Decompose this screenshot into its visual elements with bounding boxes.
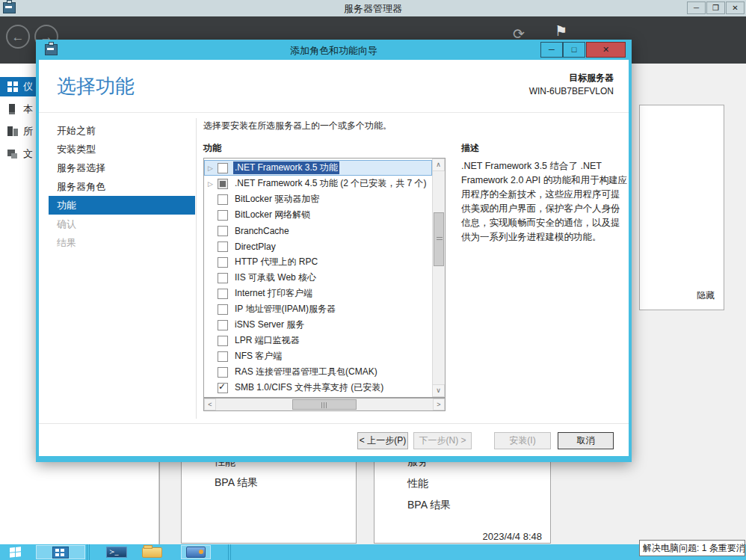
sidebar-item-label: 本 xyxy=(23,102,33,116)
feature-checkbox[interactable] xyxy=(218,241,228,252)
feature-row[interactable]: BranchCache xyxy=(204,223,432,239)
wizard-nav-item[interactable]: 确认 xyxy=(49,215,195,233)
feature-label: HTTP 代理上的 RPC xyxy=(233,256,319,268)
taskbar-separator xyxy=(87,544,87,560)
tile-link[interactable]: BPA 结果 xyxy=(215,476,258,490)
feature-checkbox[interactable] xyxy=(218,320,228,330)
feature-checkbox[interactable] xyxy=(218,289,228,299)
powershell-icon xyxy=(106,547,127,558)
features-listbox[interactable]: .NET Framework 3.5 功能 .NET Framework 4.5… xyxy=(203,158,446,398)
computer-window-icon xyxy=(186,547,206,558)
back-button[interactable]: ← xyxy=(6,25,30,49)
vertical-scrollbar[interactable]: ∧ ∨ xyxy=(432,159,445,397)
feature-label: BitLocker 网络解锁 xyxy=(233,209,312,221)
target-server-name: WIN-6UB7BEFVLON xyxy=(529,86,614,96)
notification-flag-icon[interactable]: ⚑ xyxy=(555,22,567,40)
feature-checkbox[interactable] xyxy=(218,257,228,268)
minimize-button[interactable]: ─ xyxy=(687,1,706,14)
horizontal-scrollbar[interactable]: < > xyxy=(203,398,446,411)
feature-row[interactable]: LPR 端口监视器 xyxy=(204,333,432,348)
local-server-icon xyxy=(7,103,19,115)
feature-row[interactable]: iSNS Server 服务 xyxy=(204,317,432,333)
taskbar-separator xyxy=(89,544,90,560)
feature-checkbox[interactable] xyxy=(218,194,228,205)
feature-checkbox[interactable] xyxy=(218,163,228,173)
wizard-nav-item[interactable]: 服务器角色 xyxy=(49,177,195,196)
feature-row[interactable]: RAS 连接管理器管理工具包(CMAK) xyxy=(204,364,432,380)
feature-row[interactable]: .NET Framework 3.5 功能 xyxy=(204,160,432,176)
feature-checkbox[interactable] xyxy=(218,226,228,236)
taskbar-separator xyxy=(228,544,229,560)
scroll-down-icon[interactable]: ∨ xyxy=(432,384,445,397)
description-text: .NET Framework 3.5 结合了 .NET Framework 2.… xyxy=(461,159,629,244)
feature-label: Internet 打印客户端 xyxy=(233,287,314,300)
sidebar-item-label: 所 xyxy=(23,125,33,138)
close-button[interactable]: ✕ xyxy=(726,1,745,14)
page-title: 选择功能 xyxy=(57,73,135,99)
feature-row[interactable]: Internet 打印客户端 xyxy=(204,286,432,301)
feature-label: NFS 客户端 xyxy=(233,350,283,363)
target-server-block: 目标服务器 WIN-6UB7BEFVLON xyxy=(529,72,614,96)
scroll-up-icon[interactable]: ∧ xyxy=(432,159,445,171)
horizontal-scroll-thumb[interactable] xyxy=(292,399,357,410)
taskbar-explorer[interactable] xyxy=(142,547,162,558)
vertical-scroll-thumb[interactable] xyxy=(434,212,444,266)
dialog-titlebar[interactable]: 添加角色和功能向导 ─ □ ✕ xyxy=(36,40,632,60)
all-servers-icon xyxy=(7,126,19,138)
wizard-nav-item[interactable]: 开始之前 xyxy=(49,121,195,140)
wizard-nav-item[interactable]: 安装类型 xyxy=(49,140,195,159)
feature-row[interactable]: HTTP 代理上的 RPC xyxy=(204,254,432,270)
install-button[interactable]: 安装(I) xyxy=(494,432,551,449)
wizard-nav-item[interactable]: 结果 xyxy=(49,233,195,252)
expander-icon[interactable] xyxy=(208,180,218,188)
next-button[interactable]: 下一步(N) > xyxy=(413,432,472,449)
cancel-button[interactable]: 取消 xyxy=(558,432,614,449)
feature-label: iSNS Server 服务 xyxy=(233,319,306,331)
feature-row[interactable]: NFS 客户端 xyxy=(204,348,432,364)
taskbar-server-manager[interactable] xyxy=(36,545,85,559)
feature-checkbox[interactable] xyxy=(218,210,228,221)
feature-checkbox[interactable] xyxy=(218,273,228,283)
dashboard-icon xyxy=(7,81,19,93)
feature-row[interactable]: IIS 可承载 Web 核心 xyxy=(204,270,432,286)
feature-checkbox[interactable] xyxy=(218,179,228,189)
description-label: 描述 xyxy=(461,142,479,155)
expander-icon[interactable] xyxy=(208,164,218,172)
feature-row[interactable]: BitLocker 驱动器加密 xyxy=(204,191,432,207)
feature-label: .NET Framework 3.5 功能 xyxy=(233,161,339,174)
start-button[interactable] xyxy=(0,544,30,560)
taskbar-computer-tool[interactable] xyxy=(181,545,211,559)
action-center-tooltip[interactable]: 解决电脑问题: 1 条重要消 xyxy=(639,540,745,556)
taskbar-separator xyxy=(230,544,231,560)
feature-row[interactable]: SMB 1.0/CIFS 文件共享支持 (已安装) xyxy=(204,380,432,396)
target-server-label: 目标服务器 xyxy=(529,72,614,84)
hide-link[interactable]: 隐藏 xyxy=(697,289,715,302)
dialog-minimize-button[interactable]: ─ xyxy=(540,42,563,58)
feature-checkbox[interactable] xyxy=(218,336,228,346)
sidebar-item-label: 文 xyxy=(23,147,33,161)
taskbar xyxy=(0,544,746,560)
scroll-left-icon[interactable]: < xyxy=(204,399,216,410)
feature-row[interactable]: IP 地址管理(IPAM)服务器 xyxy=(204,301,432,317)
wizard-nav-item[interactable]: 服务器选择 xyxy=(49,159,195,177)
feature-row[interactable]: BitLocker 网络解锁 xyxy=(204,207,432,223)
feature-checkbox[interactable] xyxy=(218,351,228,362)
dialog-body: 选择功能 目标服务器 WIN-6UB7BEFVLON 开始之前安装类型服务器选择… xyxy=(36,60,632,462)
window-titlebar: 服务器管理器 ─ ❐ ✕ xyxy=(0,0,746,17)
feature-row[interactable]: DirectPlay xyxy=(204,239,432,254)
back-button[interactable]: < 上一步(P) xyxy=(357,432,408,449)
feature-checkbox[interactable] xyxy=(218,383,228,393)
feature-row[interactable]: .NET Framework 4.5 功能 (2 个已安装，共 7 个) xyxy=(204,176,432,191)
feature-checkbox[interactable] xyxy=(218,304,228,315)
dialog-maximize-button[interactable]: □ xyxy=(563,42,585,58)
taskbar-powershell[interactable] xyxy=(106,547,127,558)
folder-icon xyxy=(142,547,162,558)
feature-checkbox[interactable] xyxy=(218,367,228,378)
wizard-nav-item[interactable]: 功能 xyxy=(49,196,195,215)
tile-link[interactable]: 性能 xyxy=(407,477,428,490)
restore-button[interactable]: ❐ xyxy=(706,1,725,14)
tile-link[interactable]: BPA 结果 xyxy=(407,499,451,512)
feature-label: RAS 连接管理器管理工具包(CMAK) xyxy=(233,366,379,378)
scroll-right-icon[interactable]: > xyxy=(433,399,445,410)
dialog-close-button[interactable]: ✕ xyxy=(586,42,626,58)
